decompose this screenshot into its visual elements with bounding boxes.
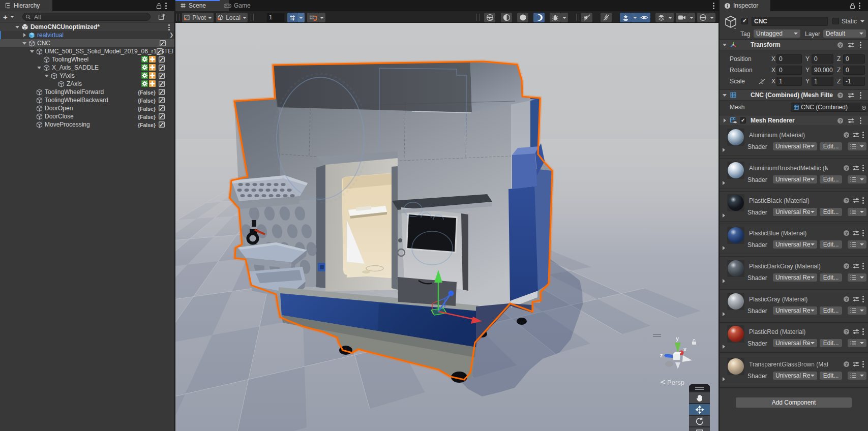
svg-text:?: ?	[839, 118, 842, 124]
svg-text:?: ?	[839, 43, 842, 48]
svg-text:?: ?	[845, 264, 848, 269]
svg-text:?: ?	[845, 133, 848, 138]
svg-text:?: ?	[839, 93, 842, 98]
svg-text:?: ?	[845, 166, 848, 171]
svg-text:z: z	[660, 352, 663, 358]
svg-text:?: ?	[845, 297, 848, 302]
svg-text:?: ?	[845, 231, 848, 236]
svg-text:Persp: Persp	[667, 379, 684, 386]
svg-text:?: ?	[845, 329, 848, 334]
svg-text:?: ?	[845, 198, 848, 203]
svg-text:?: ?	[845, 362, 848, 367]
svg-text:y: y	[676, 335, 679, 342]
svg-text:x: x	[683, 346, 687, 352]
svg-text:Y: Y	[292, 18, 294, 21]
